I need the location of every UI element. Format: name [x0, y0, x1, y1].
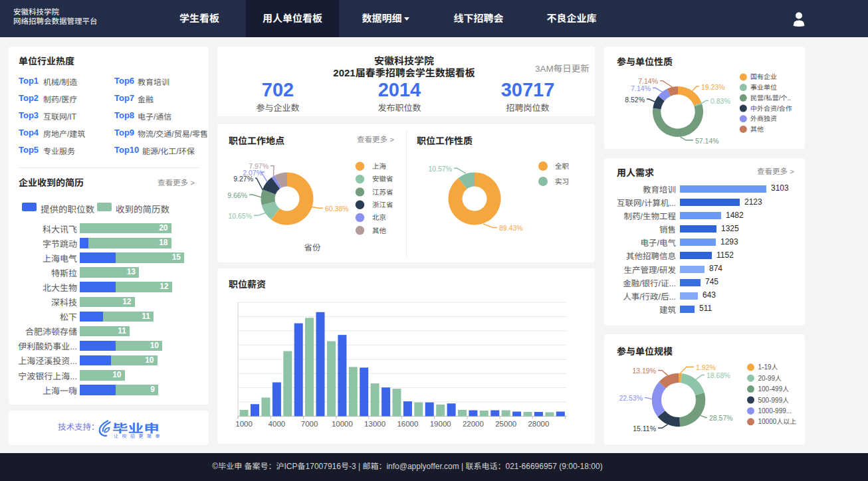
svg-text:事业单位: 事业单位 — [750, 84, 777, 91]
svg-text:10000人以上: 10000人以上 — [758, 418, 797, 425]
svg-text:7000: 7000 — [301, 420, 318, 428]
svg-text:9.66%: 9.66% — [227, 191, 247, 199]
svg-text:22000: 22000 — [463, 420, 484, 428]
svg-text:1.92%: 1.92% — [696, 363, 716, 371]
svg-text:20-99人: 20-99人 — [758, 375, 782, 382]
svg-text:其他: 其他 — [750, 126, 764, 133]
svg-text:22.53%: 22.53% — [619, 394, 643, 402]
svg-text:10.57%: 10.57% — [428, 165, 452, 173]
svg-text:28.57%: 28.57% — [709, 414, 733, 422]
svg-text:江苏省: 江苏省 — [372, 188, 393, 196]
svg-text:19000: 19000 — [430, 420, 451, 428]
svg-text:浙江省: 浙江省 — [372, 201, 393, 209]
svg-text:13.19%: 13.19% — [632, 367, 656, 375]
svg-text:10.65%: 10.65% — [228, 212, 252, 220]
svg-text:10000: 10000 — [332, 420, 353, 428]
svg-text:7.97%: 7.97% — [249, 162, 269, 170]
svg-text:16000: 16000 — [397, 420, 418, 428]
svg-text:60.38%: 60.38% — [325, 205, 349, 213]
svg-text:89.43%: 89.43% — [499, 224, 523, 232]
svg-text:国有企业: 国有企业 — [750, 73, 777, 80]
svg-text:中外合资/合作: 中外合资/合作 — [750, 105, 792, 112]
svg-text:1000-999...: 1000-999... — [758, 407, 792, 415]
svg-text:北京: 北京 — [372, 213, 386, 221]
svg-text:民营/私营/个..: 民营/私营/个.. — [750, 94, 791, 102]
svg-text:18.68%: 18.68% — [706, 371, 730, 379]
svg-text:实习: 实习 — [555, 177, 569, 185]
svg-text:7.14%: 7.14% — [638, 77, 658, 85]
svg-text:13000: 13000 — [364, 420, 385, 428]
svg-text:上海: 上海 — [372, 162, 386, 170]
svg-text:25000: 25000 — [495, 420, 516, 428]
svg-text:8.52%: 8.52% — [625, 96, 645, 104]
svg-text:57.14%: 57.14% — [695, 137, 719, 145]
svg-text:安徽省: 安徽省 — [372, 175, 393, 183]
svg-text:7.14%: 7.14% — [631, 84, 651, 92]
svg-text:省份: 省份 — [304, 243, 321, 252]
svg-text:15.11%: 15.11% — [633, 425, 656, 433]
svg-text:其他: 其他 — [372, 227, 386, 235]
svg-text:外商独资: 外商独资 — [750, 115, 777, 122]
svg-text:0.83%: 0.83% — [710, 97, 730, 105]
svg-text:1-19人: 1-19人 — [758, 363, 778, 371]
svg-text:500-999人: 500-999人 — [758, 397, 790, 404]
svg-text:1000: 1000 — [235, 420, 253, 428]
svg-text:4000: 4000 — [269, 420, 286, 428]
svg-text:19.23%: 19.23% — [701, 83, 725, 91]
svg-text:28000: 28000 — [528, 420, 549, 428]
svg-text:全职: 全职 — [555, 162, 569, 170]
svg-text:100-499人: 100-499人 — [758, 385, 790, 393]
